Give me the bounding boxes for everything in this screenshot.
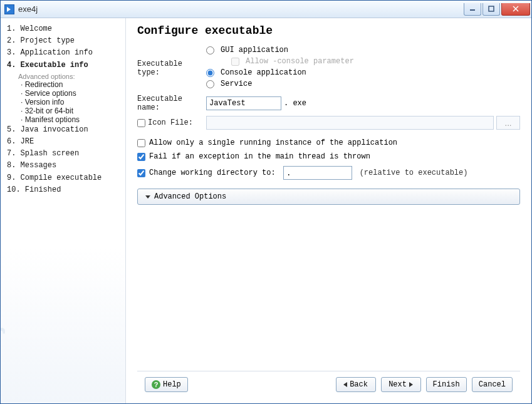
triangle-down-icon bbox=[145, 195, 150, 199]
sidebar-list: 1. Welcome 2. Project type 3. Applicatio… bbox=[7, 23, 125, 71]
radio-gui-row: GUI application bbox=[206, 46, 520, 54]
check-change-dir-label: Change working directory to: bbox=[149, 168, 276, 177]
arrow-right-icon bbox=[409, 382, 413, 387]
change-dir-input[interactable] bbox=[283, 166, 352, 180]
check-fail-exception-row: Fail if an exception in the main thread … bbox=[137, 152, 520, 161]
icon-browse-button: ... bbox=[496, 116, 520, 130]
radio-gui[interactable] bbox=[206, 46, 214, 54]
exec-ext-label: . exe bbox=[284, 99, 306, 108]
footer: ? Help Back Next Finish Cancel bbox=[137, 371, 520, 397]
check-single-instance[interactable] bbox=[137, 139, 145, 147]
sidebar-list-cont: 5. Java invocation 6. JRE 7. Splash scre… bbox=[7, 124, 125, 196]
exec-type-options: GUI application Allow -console parameter… bbox=[206, 46, 520, 91]
sidebar-item-welcome[interactable]: 1. Welcome bbox=[7, 23, 125, 35]
app-icon bbox=[4, 4, 14, 14]
form-exec-type: Executable type: GUI application Allow -… bbox=[137, 46, 520, 130]
icon-file-input bbox=[206, 116, 494, 130]
titlebar[interactable]: exe4j bbox=[1, 1, 531, 18]
close-button[interactable] bbox=[501, 3, 530, 16]
arrow-left-icon bbox=[343, 382, 347, 387]
window-title: exe4j bbox=[18, 4, 464, 14]
check-allow-console-row: Allow -console parameter bbox=[206, 57, 520, 66]
back-button[interactable]: Back bbox=[336, 377, 376, 392]
help-button[interactable]: ? Help bbox=[145, 377, 188, 392]
next-button[interactable]: Next bbox=[381, 377, 421, 392]
radio-service[interactable] bbox=[206, 80, 214, 88]
check-change-dir-row: Change working directory to: (relative t… bbox=[137, 166, 520, 180]
radio-console-row: Console application bbox=[206, 68, 520, 77]
main-panel: Configure executable Executable type: GU… bbox=[126, 18, 531, 403]
sidebar-item-executable-info[interactable]: 4. Executable info bbox=[7, 60, 125, 71]
finish-button[interactable]: Finish bbox=[426, 377, 467, 392]
sidebar-item-application-info[interactable]: 3. Application info bbox=[7, 47, 125, 59]
minimize-button[interactable] bbox=[464, 3, 481, 16]
exec-name-row: . exe bbox=[206, 96, 520, 110]
app-window: exe4j 1. Welcome 2. Project type 3. Appl… bbox=[0, 0, 532, 404]
check-allow-console bbox=[231, 58, 239, 66]
sidebar-item-finished[interactable]: 10. Finished bbox=[7, 184, 125, 196]
sidebar-advanced-list: Redirection Service options Version info… bbox=[7, 80, 125, 124]
exec-name-label: Executable name: bbox=[137, 95, 206, 112]
exec-name-input[interactable] bbox=[206, 96, 281, 110]
sidebar-item-redirection[interactable]: Redirection bbox=[21, 80, 125, 89]
icon-file-label: Icon File: bbox=[148, 118, 193, 127]
next-label: Next bbox=[389, 380, 407, 389]
advanced-options-label: Advanced Options bbox=[154, 192, 226, 201]
sidebar-watermark: exe4j bbox=[1, 327, 6, 398]
page-title: Configure executable bbox=[137, 24, 520, 37]
check-icon-file[interactable] bbox=[137, 119, 145, 127]
window-controls bbox=[464, 3, 530, 16]
sidebar-item-jre[interactable]: 6. JRE bbox=[7, 136, 125, 148]
advanced-options-button[interactable]: Advanced Options bbox=[137, 189, 520, 205]
check-fail-exception[interactable] bbox=[137, 153, 145, 161]
sidebar-item-32-64-bit[interactable]: 32-bit or 64-bit bbox=[21, 106, 125, 115]
relative-text: (relative to executable) bbox=[360, 168, 468, 177]
sidebar-item-compile-executable[interactable]: 9. Compile executable bbox=[7, 172, 125, 184]
radio-service-row: Service bbox=[206, 80, 520, 88]
sidebar-item-splash-screen[interactable]: 7. Splash screen bbox=[7, 148, 125, 160]
back-label: Back bbox=[350, 380, 368, 389]
sidebar-item-messages[interactable]: 8. Messages bbox=[7, 160, 125, 172]
spacer bbox=[137, 205, 520, 371]
sidebar-advanced-header: Advanced options: bbox=[7, 73, 125, 80]
sidebar-item-java-invocation[interactable]: 5. Java invocation bbox=[7, 124, 125, 136]
sidebar-item-version-info[interactable]: Version info bbox=[21, 98, 125, 106]
maximize-button[interactable] bbox=[482, 3, 500, 16]
check-change-dir[interactable] bbox=[137, 169, 145, 177]
icon-file-row-label: Icon File: bbox=[137, 118, 206, 127]
check-single-instance-row: Allow only a single running instance of … bbox=[137, 138, 520, 147]
radio-gui-label: GUI application bbox=[221, 46, 288, 54]
radio-service-label: Service bbox=[221, 80, 252, 88]
sidebar: 1. Welcome 2. Project type 3. Applicatio… bbox=[1, 18, 126, 403]
cancel-button[interactable]: Cancel bbox=[472, 377, 513, 392]
sidebar-item-manifest-options[interactable]: Manifest options bbox=[21, 115, 125, 124]
help-icon: ? bbox=[152, 380, 160, 389]
radio-console[interactable] bbox=[206, 69, 214, 77]
sidebar-item-service-options[interactable]: Service options bbox=[21, 89, 125, 98]
icon-file-row: ... bbox=[206, 116, 520, 130]
radio-console-label: Console application bbox=[221, 68, 306, 77]
check-single-instance-label: Allow only a single running instance of … bbox=[149, 138, 397, 147]
sidebar-item-project-type[interactable]: 2. Project type bbox=[7, 35, 125, 47]
exec-type-label: Executable type: bbox=[137, 60, 206, 77]
check-allow-console-label: Allow -console parameter bbox=[246, 57, 354, 66]
help-label: Help bbox=[163, 380, 181, 389]
body: 1. Welcome 2. Project type 3. Applicatio… bbox=[1, 18, 531, 403]
svg-rect-1 bbox=[489, 6, 494, 11]
check-fail-exception-label: Fail if an exception in the main thread … bbox=[149, 152, 370, 161]
